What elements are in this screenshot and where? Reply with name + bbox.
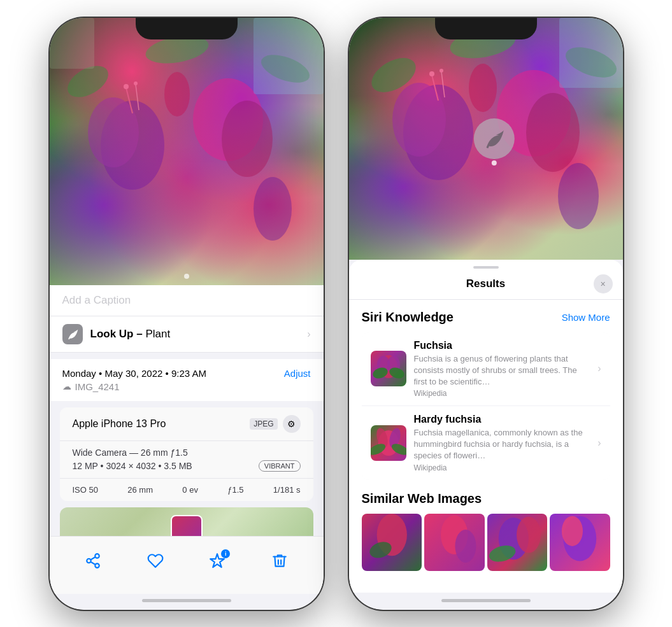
lookup-row[interactable]: Look Up – Plant ›	[50, 316, 324, 353]
hardy-content: Hardy fuchsia Fuchsia magellanica, commo…	[414, 414, 593, 472]
camera-spec: Wide Camera — 26 mm ƒ1.5	[73, 447, 301, 458]
svg-rect-28	[559, 18, 623, 88]
share-button[interactable]	[79, 547, 107, 575]
svg-point-4	[164, 72, 190, 116]
fuchsia-thumbnail	[371, 351, 406, 386]
svg-point-19	[469, 64, 497, 112]
home-indicator-right	[441, 599, 531, 602]
exif-row: ISO 50 26 mm 0 ev ƒ1.5 1/181 s	[60, 479, 313, 501]
similar-section: Similar Web Images	[349, 486, 623, 581]
focal-value: 26 mm	[127, 485, 153, 495]
aperture-value: ƒ1.5	[227, 485, 243, 495]
svg-point-12	[134, 81, 138, 85]
device-row: Apple iPhone 13 Pro JPEG ⚙	[60, 407, 313, 441]
ev-value: 0 ev	[182, 485, 198, 495]
device-name: Apple iPhone 13 Pro	[73, 418, 166, 430]
chevron-icon-2: ›	[597, 437, 601, 449]
fuchsia-source: Wikipedia	[414, 389, 593, 398]
svg-point-5	[254, 177, 292, 241]
fuchsia-content: Fuchsia Fuchsia is a genus of flowering …	[414, 340, 593, 398]
hardy-desc: Fuchsia magellanica, commonly known as t…	[414, 427, 593, 462]
similar-image-3[interactable]	[487, 514, 548, 571]
svg-point-16	[392, 83, 446, 157]
caption-placeholder: Add a Caption	[62, 294, 131, 306]
fuchsia-item[interactable]: Fuchsia Fuchsia is a genus of flowering …	[362, 332, 610, 407]
show-more-button[interactable]: Show More	[562, 312, 610, 323]
svg-point-42	[455, 530, 476, 563]
similar-image-4[interactable]	[550, 514, 610, 571]
notch-right	[435, 18, 537, 39]
map-thumbnail	[171, 515, 203, 536]
mp-row: 12 MP • 3024 × 4032 • 3.5 MB VIBRANT	[73, 460, 301, 472]
knowledge-card: Fuchsia Fuchsia is a genus of flowering …	[362, 332, 610, 480]
results-header: Results ×	[349, 269, 623, 300]
device-card: Apple iPhone 13 Pro JPEG ⚙ Wide Camera —…	[60, 407, 313, 501]
shutter-value: 1/181 s	[273, 485, 301, 495]
left-info-content: Look Up – Plant › Monday • May 30, 2022 …	[50, 316, 324, 536]
siri-visual-indicator	[473, 118, 514, 159]
lookup-label: Look Up – Plant	[90, 328, 171, 341]
cloud-icon: ☁	[62, 381, 71, 391]
left-phone: Add a Caption Look Up – Plant › Monday •…	[50, 18, 324, 610]
date-row: Monday • May 30, 2022 • 9:23 AM Adjust	[62, 368, 311, 379]
hardy-name: Hardy fuchsia	[414, 414, 593, 425]
fuchsia-desc: Fuchsia is a genus of flowering plants t…	[414, 353, 593, 388]
knowledge-section: Siri Knowledge Show More	[349, 300, 623, 486]
badges: JPEG ⚙	[250, 415, 300, 433]
results-panel: Results × Siri Knowledge Show More	[349, 260, 623, 593]
hardy-fuchsia-item[interactable]: Hardy fuchsia Fuchsia magellanica, commo…	[362, 406, 610, 480]
left-phone-screen: Add a Caption Look Up – Plant › Monday •…	[50, 18, 324, 610]
device-section-wrapper: Apple iPhone 13 Pro JPEG ⚙ Wide Camera —…	[50, 407, 324, 501]
flower-photo-right	[349, 18, 623, 260]
fuchsia-name: Fuchsia	[414, 340, 593, 351]
siri-dot	[491, 160, 496, 166]
svg-point-44	[517, 516, 541, 553]
adjust-button[interactable]: Adjust	[284, 368, 311, 379]
iso-value: ISO 50	[73, 485, 98, 495]
filename: IMG_4241	[75, 381, 120, 392]
caption-area[interactable]: Add a Caption	[50, 285, 324, 316]
svg-point-18	[526, 93, 580, 172]
delete-button[interactable]	[266, 547, 294, 575]
lookup-icon	[62, 324, 83, 344]
close-button[interactable]: ×	[594, 274, 613, 293]
similar-image-1[interactable]	[362, 514, 422, 571]
format-badge: JPEG	[250, 418, 277, 430]
home-indicator-left	[142, 599, 231, 602]
info-badge: i	[221, 549, 230, 558]
camera-detail: Wide Camera — 26 mm ƒ1.5 12 MP • 3024 × …	[60, 441, 313, 479]
results-title: Results	[466, 278, 505, 290]
notch	[136, 18, 238, 39]
flower-photo-left[interactable]	[50, 18, 324, 285]
chevron-icon-1: ›	[597, 363, 601, 374]
svg-point-26	[429, 71, 434, 76]
settings-icon[interactable]: ⚙	[283, 415, 301, 433]
svg-point-11	[124, 84, 129, 89]
similar-images-row	[362, 514, 610, 571]
mp-text: 12 MP • 3024 × 4032 • 3.5 MB	[73, 461, 192, 471]
chevron-right-icon: ›	[307, 328, 310, 340]
vibrant-badge: VIBRANT	[259, 460, 301, 472]
map-section[interactable]	[60, 507, 313, 536]
hardy-fuchsia-thumbnail	[371, 425, 406, 461]
info-button[interactable]: i	[203, 547, 231, 575]
similar-title: Similar Web Images	[362, 491, 610, 506]
right-phone-screen: Results × Siri Knowledge Show More	[349, 18, 623, 610]
svg-point-27	[440, 69, 443, 73]
date-section: Monday • May 30, 2022 • 9:23 AM Adjust ☁…	[50, 359, 324, 401]
svg-rect-13	[254, 18, 324, 94]
svg-point-3	[222, 101, 273, 177]
similar-image-2[interactable]	[424, 514, 485, 571]
toolbar: i	[50, 536, 324, 594]
right-phone: Results × Siri Knowledge Show More	[349, 18, 623, 610]
filename-row: ☁ IMG_4241	[62, 381, 311, 392]
knowledge-section-header: Siri Knowledge Show More	[362, 310, 610, 325]
svg-point-47	[562, 516, 583, 546]
favorite-button[interactable]	[141, 547, 169, 575]
svg-point-20	[558, 163, 599, 229]
leaf-icon	[66, 328, 79, 341]
hardy-source: Wikipedia	[414, 463, 593, 472]
siri-knowledge-title: Siri Knowledge	[362, 310, 454, 325]
svg-rect-14	[50, 18, 94, 69]
date-text: Monday • May 30, 2022 • 9:23 AM	[62, 368, 206, 379]
